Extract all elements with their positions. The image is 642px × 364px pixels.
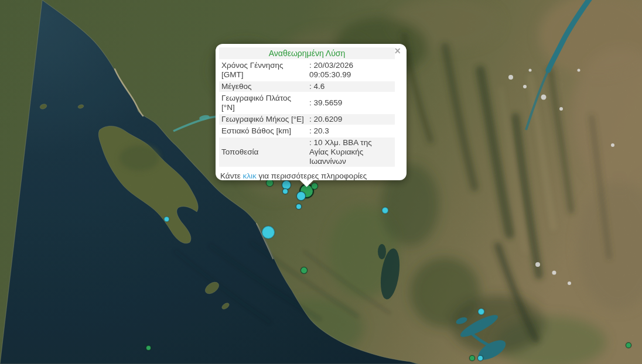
popup-footer: Κάντε κλικ για περισσότερες πληροφορίες	[220, 171, 402, 181]
row-value: : 10 Χλμ. ΒΒΑ της Αγίας Κυριακής Ιωαννίν…	[307, 138, 395, 167]
map-viewport: × Αναθεωρημένη Λύση Χρόνος Γέννησης [GMT…	[0, 0, 642, 364]
row-label: Εστιακό Βάθος [km]	[219, 126, 307, 136]
row-value: : 20.6209	[307, 114, 395, 125]
row-value: : 39.5659	[307, 93, 395, 113]
earthquake-marker[interactable]	[477, 355, 483, 361]
popup-title-row: Αναθεωρημένη Λύση	[219, 47, 395, 59]
earthquake-marker[interactable]	[262, 226, 275, 239]
earthquake-marker[interactable]	[478, 308, 484, 315]
popup-row: Μέγεθος: 4.6	[219, 81, 395, 92]
popup-row: Εστιακό Βάθος [km]: 20.3	[219, 126, 395, 136]
popup-content: Αναθεωρημένη Λύση Χρόνος Γέννησης [GMT]:…	[216, 44, 407, 184]
popup-table-body: Αναθεωρημένη Λύση Χρόνος Γέννησης [GMT]:…	[219, 47, 395, 167]
earthquake-marker[interactable]	[164, 217, 169, 222]
row-value: : 20/03/2026 09:05:30.99	[307, 60, 395, 80]
earthquake-marker[interactable]	[300, 267, 308, 274]
popup-title: Αναθεωρημένη Λύση	[269, 49, 346, 58]
earthquake-popup: × Αναθεωρημένη Λύση Χρόνος Γέννησης [GMT…	[216, 44, 407, 180]
row-label: Μέγεθος	[219, 81, 307, 92]
footer-prefix: Κάντε	[220, 171, 243, 180]
earthquake-table: Αναθεωρημένη Λύση Χρόνος Γέννησης [GMT]:…	[219, 46, 395, 168]
footer-suffix: για περισσότερες πληροφορίες	[257, 171, 367, 180]
more-info-link[interactable]: κλικ	[243, 171, 257, 180]
row-label: Τοποθεσία	[219, 138, 307, 167]
earthquake-marker[interactable]	[469, 355, 475, 361]
popup-row: Γεωγραφικό Μήκος [°Ε]: 20.6209	[219, 114, 395, 125]
row-label: Γεωγραφικό Μήκος [°Ε]	[219, 114, 307, 125]
row-value: : 20.3	[307, 126, 395, 136]
earthquake-marker[interactable]	[382, 207, 388, 214]
earthquake-marker[interactable]	[282, 188, 288, 194]
row-value: : 4.6	[307, 81, 395, 92]
row-label: Χρόνος Γέννησης [GMT]	[219, 60, 307, 80]
earthquake-marker[interactable]	[296, 204, 302, 210]
popup-row: Γεωγραφικό Πλάτος [°N]: 39.5659	[219, 93, 395, 113]
popup-row: Χρόνος Γέννησης [GMT]: 20/03/2026 09:05:…	[219, 60, 395, 80]
popup-row: Τοποθεσία: 10 Χλμ. ΒΒΑ της Αγίας Κυριακή…	[219, 138, 395, 167]
earthquake-marker[interactable]	[626, 342, 631, 348]
earthquake-marker[interactable]	[296, 191, 306, 201]
earthquake-marker[interactable]	[146, 345, 151, 351]
row-label: Γεωγραφικό Πλάτος [°N]	[219, 93, 307, 113]
